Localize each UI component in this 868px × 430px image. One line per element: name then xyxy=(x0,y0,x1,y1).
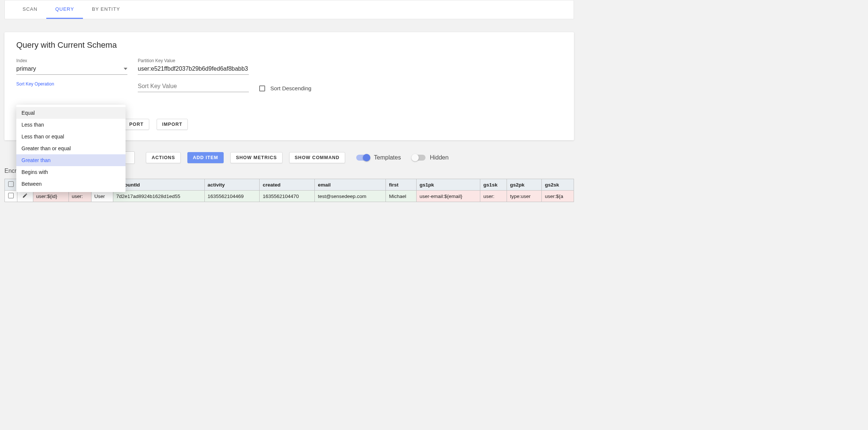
index-field: Index primary xyxy=(16,58,127,75)
cell-type[interactable]: User xyxy=(91,191,113,202)
col-email: email xyxy=(315,179,386,191)
cell-created[interactable]: 1635562104470 xyxy=(260,191,315,202)
query-panel-title: Query with Current Schema xyxy=(16,40,562,50)
hidden-toggle[interactable] xyxy=(412,155,425,161)
tab-query[interactable]: QUERY xyxy=(46,0,83,19)
templates-toggle-group: Templates xyxy=(356,154,401,161)
sort-descending-label: Sort Descending xyxy=(270,85,311,91)
sort-op-option-between[interactable]: Between xyxy=(16,178,126,190)
cell-gs1sk[interactable]: user: xyxy=(480,191,507,202)
query-panel: Query with Current Schema Index primary … xyxy=(4,32,574,140)
row-select-checkbox[interactable] xyxy=(8,193,14,198)
show-command-button[interactable]: SHOW COMMAND xyxy=(289,152,345,163)
cell-first[interactable]: Michael xyxy=(386,191,417,202)
templates-toggle-label: Templates xyxy=(374,154,401,161)
tab-scan[interactable]: SCAN xyxy=(14,0,46,19)
sort-descending-row: Sort Descending xyxy=(259,85,311,91)
partition-key-label: Partition Key Value xyxy=(138,58,249,63)
sort-descending-checkbox[interactable] xyxy=(259,85,265,91)
cell-email[interactable]: test@sensedeep.com xyxy=(315,191,386,202)
import-button[interactable]: IMPORT xyxy=(157,119,188,130)
select-all-checkbox[interactable] xyxy=(8,181,14,187)
sort-op-option-less-equal[interactable]: Less than or equal xyxy=(16,131,126,142)
col-gs2sk: gs2sk xyxy=(542,179,574,191)
tabs-card: SCAN QUERY BY ENTITY xyxy=(4,0,574,19)
caret-down-icon xyxy=(124,68,127,70)
col-created: created xyxy=(260,179,315,191)
partition-key-field: Partition Key Value xyxy=(138,58,249,75)
tab-by-entity[interactable]: BY ENTITY xyxy=(83,0,129,19)
edit-icon[interactable] xyxy=(22,193,28,198)
cell-sk[interactable]: user: xyxy=(69,191,91,202)
add-item-button[interactable]: ADD ITEM xyxy=(187,152,224,163)
cell-accountid[interactable]: 7d2e17ad8924b1628d1ed55 xyxy=(113,191,204,202)
sort-op-option-greater-than[interactable]: Greater than xyxy=(16,154,126,166)
sort-op-option-begins-with[interactable]: Begins with xyxy=(16,166,126,178)
query-card-buttons: PORT IMPORT xyxy=(124,119,562,130)
hidden-toggle-group: Hidden xyxy=(412,154,449,161)
index-label: Index xyxy=(16,58,127,63)
cell-gs2sk[interactable]: user:${a xyxy=(542,191,574,202)
sort-op-option-less-than[interactable]: Less than xyxy=(16,119,126,131)
templates-toggle[interactable] xyxy=(356,155,370,161)
sort-op-option-equal[interactable]: Equal xyxy=(16,107,126,119)
col-gs1pk: gs1pk xyxy=(417,179,480,191)
col-gs1sk: gs1sk xyxy=(480,179,507,191)
sort-op-label: Sort Key Operation xyxy=(16,81,127,87)
partition-key-input[interactable] xyxy=(138,64,249,75)
col-first: first xyxy=(386,179,417,191)
cell-pk[interactable]: user:${id} xyxy=(33,191,69,202)
cell-gs2pk[interactable]: type:user xyxy=(507,191,542,202)
row-edit-cell xyxy=(17,191,33,202)
col-gs2pk: gs2pk xyxy=(507,179,542,191)
sort-op-dropdown: Equal Less than Less than or equal Great… xyxy=(16,105,126,192)
col-accountid: accountId xyxy=(113,179,204,191)
col-activity: activity xyxy=(204,179,260,191)
cell-activity[interactable]: 1635562104469 xyxy=(204,191,260,202)
col-select-all xyxy=(5,179,17,191)
show-metrics-button[interactable]: SHOW METRICS xyxy=(230,152,283,163)
sort-op-option-greater-equal[interactable]: Greater than or equal xyxy=(16,142,126,154)
index-value: primary xyxy=(16,65,36,72)
index-select[interactable]: primary xyxy=(16,64,127,75)
table-row: user:${id} user: User 7d2e17ad8924b1628d… xyxy=(5,191,574,202)
hidden-toggle-label: Hidden xyxy=(430,154,449,161)
tabs: SCAN QUERY BY ENTITY xyxy=(5,0,574,19)
cell-gs1pk[interactable]: user-email:${email} xyxy=(417,191,480,202)
export-button[interactable]: PORT xyxy=(124,119,149,130)
actions-button[interactable]: ACTIONS xyxy=(146,152,180,163)
row-select-cell xyxy=(5,191,17,202)
sort-key-value-input[interactable] xyxy=(138,81,249,92)
sort-op-field: Sort Key Operation xyxy=(16,81,127,87)
sort-key-value-field xyxy=(138,81,249,92)
